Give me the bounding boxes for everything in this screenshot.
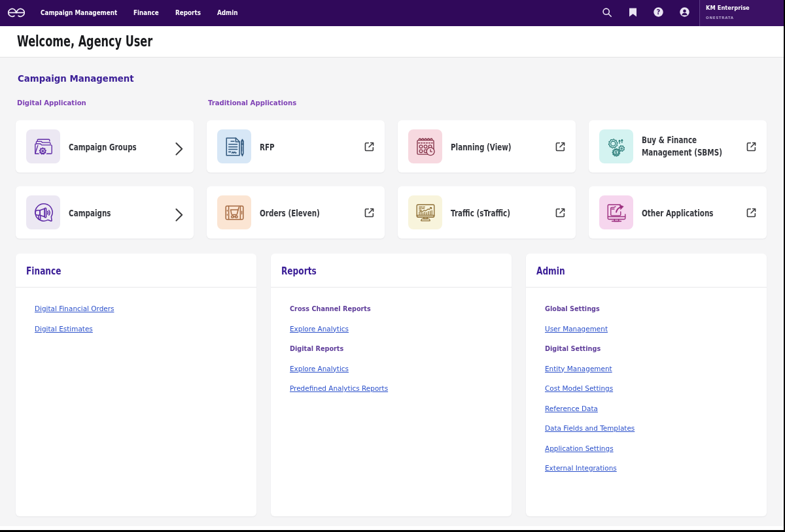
panel-header: Finance (16, 254, 256, 288)
subheading-digital-reports: Digital Reports (290, 344, 502, 354)
panel-item: Entity Management (545, 364, 757, 374)
card-campaign-groups[interactable]: Campaign Groups (16, 120, 194, 173)
card-title: Other Applications (642, 205, 745, 220)
nav-item-admin[interactable]: Admin (217, 0, 243, 25)
external-link-icon (363, 207, 374, 219)
nav-item-finance[interactable]: Finance (133, 0, 165, 25)
nav-item-campaign-management[interactable]: Campaign Management (41, 0, 137, 25)
card-orders-eleven[interactable]: Orders (Eleven) (207, 186, 385, 239)
external-link-icon (745, 141, 756, 153)
card-tile (599, 195, 633, 229)
gears-dollar-icon (605, 135, 628, 158)
panel-item: Data Fields and Templates (545, 424, 757, 434)
card-title: Campaign Groups (69, 139, 173, 154)
account-icon (680, 7, 689, 17)
tenant-product: ONESTRATA (706, 16, 784, 20)
card-tile (408, 195, 442, 229)
panel-item: Explore Analytics (290, 364, 502, 374)
chevron-right-icon (173, 139, 183, 154)
card-title: Campaigns (69, 205, 173, 220)
card-title: RFP (260, 139, 363, 154)
card-tile (26, 195, 60, 229)
card-planning-view[interactable]: Planning (View) (398, 120, 576, 173)
card-rfp[interactable]: RFP (207, 120, 385, 173)
panel-title: Admin (536, 265, 574, 277)
subheading-cross-channel-reports: Cross Channel Reports (290, 304, 502, 314)
nav-item-reports[interactable]: Reports (175, 0, 207, 25)
welcome-bar: Welcome, Agency User (0, 26, 784, 58)
mediaocean-logo-icon (8, 8, 25, 18)
panel-body: Cross Channel Reports Explore Analytics … (271, 288, 512, 414)
app-cards: Campaign Groups (16, 120, 767, 239)
link-predefined-analytics-reports[interactable]: Predefined Analytics Reports (290, 384, 393, 394)
link-external-integrations[interactable]: External Integrations (545, 463, 620, 474)
monitor-chart-icon (414, 201, 437, 224)
card-title: Orders (Eleven) (260, 205, 363, 220)
subheading-digital-settings: Digital Settings (545, 344, 757, 354)
external-link-icon (363, 141, 374, 153)
card-campaigns[interactable]: Campaigns (16, 186, 194, 239)
external-link-icon (554, 207, 565, 219)
top-navbar: Campaign Management Finance Reports Admi… (0, 0, 784, 26)
card-title: Planning (View) (451, 139, 554, 154)
card-buy-finance-sbms[interactable]: Buy & Finance Management (SBMS) (589, 120, 767, 173)
help-button[interactable]: ? (650, 0, 666, 25)
panel-body: Digital Financial Orders Digital Estimat… (16, 288, 256, 354)
link-entity-management[interactable]: Entity Management (545, 364, 616, 374)
section-title: Campaign Management (18, 72, 767, 85)
card-tile (217, 195, 251, 229)
panel-item: User Management (545, 324, 757, 335)
cart-tablet-icon (223, 201, 246, 224)
link-data-fields-and-templates[interactable]: Data Fields and Templates (545, 424, 640, 434)
tenant-switcher[interactable]: KM Enterprise ONESTRATA (699, 0, 784, 26)
card-tile (26, 129, 60, 163)
link-digital-financial-orders[interactable]: Digital Financial Orders (35, 304, 118, 314)
tenant-name: KM Enterprise (706, 4, 784, 12)
panel-finance: Finance Digital Financial Orders Digital… (16, 254, 256, 516)
chevron-right-icon (173, 205, 183, 220)
card-tile (599, 129, 633, 163)
panel-item: Digital Financial Orders (35, 304, 247, 314)
bookmarks-button[interactable] (625, 0, 640, 25)
panel-admin: Admin Global Settings User Management Di… (526, 254, 767, 516)
folders-gear-icon (32, 135, 55, 158)
search-button[interactable] (599, 0, 615, 25)
group-label-digital: Digital Application (17, 99, 195, 108)
monitor-share-icon (605, 201, 628, 224)
link-reference-data[interactable]: Reference Data (545, 404, 601, 414)
panel-item: Application Settings (545, 444, 757, 454)
panel-item: Cost Model Settings (545, 384, 757, 394)
panel-body: Global Settings User Management Digital … (526, 288, 767, 494)
link-digital-estimates[interactable]: Digital Estimates (35, 324, 96, 335)
external-link-icon (554, 141, 565, 153)
group-label-traditional: Traditional Applications (208, 99, 386, 108)
panel-item: Explore Analytics (290, 324, 502, 335)
card-title: Buy & Finance Management (SBMS) (642, 134, 745, 159)
panel-item: Reference Data (545, 404, 757, 414)
bookmark-icon (629, 8, 637, 17)
link-application-settings[interactable]: Application Settings (545, 444, 617, 454)
external-link-icon (745, 207, 756, 219)
link-explore-analytics-cross-channel[interactable]: Explore Analytics (290, 324, 352, 335)
panel-title: Finance (26, 265, 72, 277)
panel-title: Reports (281, 265, 328, 277)
card-tile (408, 129, 442, 163)
document-pen-icon (223, 135, 246, 158)
app-window: Campaign Management Finance Reports Admi… (0, 0, 785, 532)
link-cost-model-settings[interactable]: Cost Model Settings (545, 384, 617, 394)
card-traffic-straffic[interactable]: Traffic (sTraffic) (398, 186, 576, 239)
link-user-management[interactable]: User Management (545, 324, 611, 335)
panel-header: Reports (271, 254, 512, 288)
link-explore-analytics-digital[interactable]: Explore Analytics (290, 364, 352, 374)
svg-text:?: ? (656, 8, 660, 16)
card-other-applications[interactable]: Other Applications (589, 186, 767, 239)
page-title: Welcome, Agency User (17, 26, 211, 57)
help-icon: ? (654, 7, 663, 17)
account-button[interactable] (677, 0, 693, 25)
main-content: Campaign Management Digital Application … (0, 58, 784, 526)
panel-header: Admin (526, 254, 767, 288)
brand-logo[interactable] (8, 8, 25, 18)
card-tile (217, 129, 251, 163)
search-icon (602, 7, 612, 18)
section-panels: Finance Digital Financial Orders Digital… (16, 254, 767, 516)
